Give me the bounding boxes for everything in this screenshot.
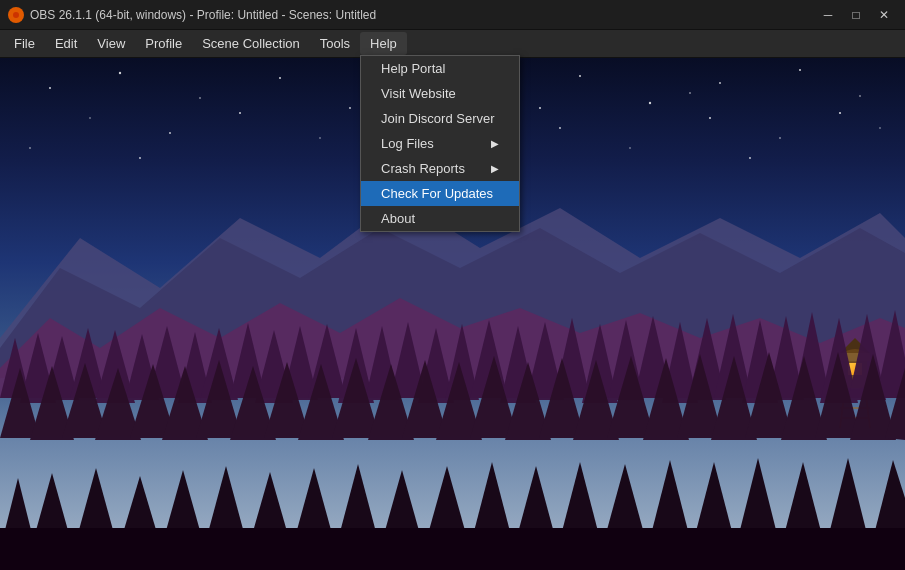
close-button[interactable]: ✕ [871,5,897,25]
svg-point-3 [49,87,51,89]
svg-point-6 [279,77,281,79]
menu-check-updates[interactable]: Check For Updates [361,181,519,206]
obs-icon [8,7,24,23]
window-title: OBS 26.1.1 (64-bit, windows) - Profile: … [30,8,376,22]
svg-point-17 [239,112,241,114]
svg-rect-128 [0,528,905,570]
menu-scene-collection[interactable]: Scene Collection [192,32,310,55]
submenu-arrow: ▶ [491,138,499,149]
title-bar: OBS 26.1.1 (64-bit, windows) - Profile: … [0,0,905,30]
submenu-arrow-crash: ▶ [491,163,499,174]
menu-help-portal[interactable]: Help Portal [361,56,519,81]
menu-edit[interactable]: Edit [45,32,87,55]
svg-point-1 [13,12,19,18]
maximize-button[interactable]: □ [843,5,869,25]
svg-point-15 [89,117,90,118]
svg-point-7 [349,107,351,109]
menu-join-discord[interactable]: Join Discord Server [361,106,519,131]
minimize-button[interactable]: ─ [815,5,841,25]
menu-about[interactable]: About [361,206,519,231]
svg-point-22 [629,147,630,148]
svg-point-29 [539,107,541,109]
menu-tools[interactable]: Tools [310,32,360,55]
menu-bar: File Edit View Profile Scene Collection … [0,30,905,58]
svg-point-5 [199,97,201,99]
svg-point-31 [749,157,751,159]
svg-point-32 [879,127,880,128]
svg-point-18 [319,137,320,138]
svg-point-14 [859,95,861,97]
svg-point-30 [689,92,691,94]
svg-point-10 [579,75,581,77]
svg-point-12 [719,82,721,84]
menu-log-files[interactable]: Log Files ▶ [361,131,519,156]
svg-point-11 [649,102,651,104]
menu-crash-reports[interactable]: Crash Reports ▶ [361,156,519,181]
title-bar-left: OBS 26.1.1 (64-bit, windows) - Profile: … [8,7,376,23]
menu-help[interactable]: Help Help Portal Visit Website Join Disc… [360,32,407,55]
svg-point-24 [779,137,781,139]
menu-file[interactable]: File [4,32,45,55]
help-dropdown: Help Portal Visit Website Join Discord S… [360,55,520,232]
window-controls: ─ □ ✕ [815,5,897,25]
svg-point-25 [839,112,841,114]
menu-visit-website[interactable]: Visit Website [361,81,519,106]
svg-point-26 [29,147,31,149]
svg-point-13 [799,69,801,71]
svg-point-27 [139,157,141,159]
menu-profile[interactable]: Profile [135,32,192,55]
menu-view[interactable]: View [87,32,135,55]
svg-point-16 [169,132,171,134]
svg-point-23 [709,117,711,119]
svg-point-4 [119,72,121,74]
svg-point-21 [559,127,561,129]
